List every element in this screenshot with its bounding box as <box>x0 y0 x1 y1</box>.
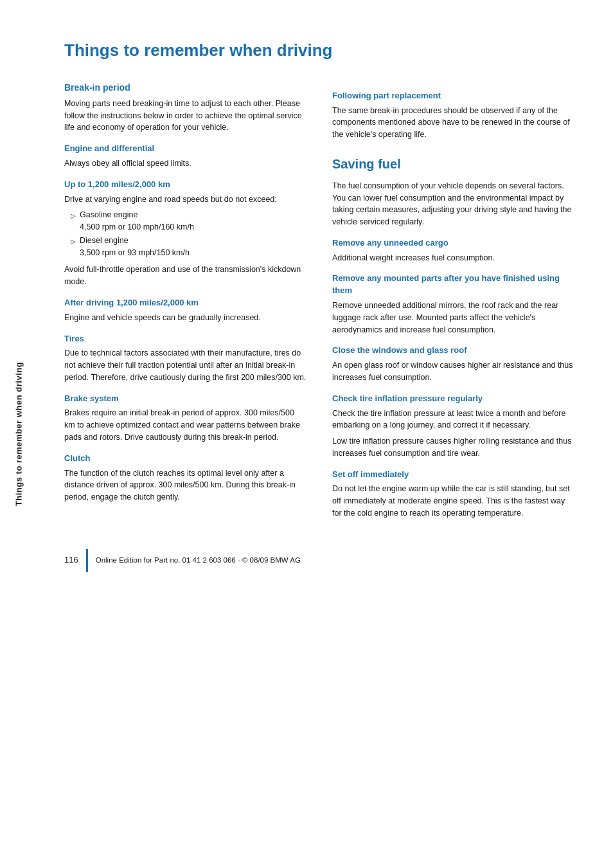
check-tire-body2: Low tire inflation pressure causes highe… <box>332 435 574 460</box>
sidebar-rotated-label: Things to remember when driving <box>13 338 26 530</box>
close-windows-heading: Close the windows and glass roof <box>332 345 574 357</box>
up-to-1200-heading: Up to 1,200 miles/2,000 km <box>64 179 306 191</box>
saving-fuel-heading: Saving fuel <box>332 155 574 174</box>
bullet-arrow-icon: ▷ <box>71 211 76 221</box>
up-to-1200-intro: Drive at varying engine and road speeds … <box>64 194 306 206</box>
engine-differential-body: Always obey all official speed limits. <box>64 158 306 170</box>
footer-divider <box>86 549 88 572</box>
left-column: Break-in period Moving parts need breaki… <box>64 81 306 523</box>
after-1200-heading: After driving 1,200 miles/2,000 km <box>64 297 306 309</box>
throttle-text: Avoid full-throttle operation and use of… <box>64 264 306 288</box>
page-title: Things to remember when driving <box>64 39 574 63</box>
bullet-arrow-icon: ▷ <box>71 237 76 246</box>
set-off-heading: Set off immediately <box>332 469 574 481</box>
brake-system-body: Brakes require an initial break-in perio… <box>64 407 306 443</box>
clutch-heading: Clutch <box>64 453 306 465</box>
remove-cargo-body: Additional weight increases fuel consump… <box>332 252 574 264</box>
check-tire-heading: Check tire inflation pressure regularly <box>332 393 574 405</box>
set-off-body: Do not let the engine warm up while the … <box>332 483 574 519</box>
brake-system-heading: Brake system <box>64 393 306 405</box>
check-tire-body1: Check the tire inflation pressure at lea… <box>332 408 574 432</box>
following-part-body: The same break-in procedures should be o… <box>332 105 574 141</box>
diesel-engine-label: Diesel engine <box>80 236 129 245</box>
tires-heading: Tires <box>64 333 306 345</box>
gasoline-engine-label: Gasoline engine <box>80 210 138 219</box>
break-in-period-body: Moving parts need breaking-in time to ad… <box>64 98 306 134</box>
break-in-period-heading: Break-in period <box>64 81 306 94</box>
remove-mounted-heading: Remove any mounted parts after you have … <box>332 273 574 297</box>
engine-differential-heading: Engine and differential <box>64 143 306 155</box>
saving-fuel-body: The fuel consumption of your vehicle dep… <box>332 180 574 228</box>
page-number: 116 <box>64 554 78 566</box>
engine-bullet-list: ▷ Gasoline engine 4,500 rpm or 100 mph/1… <box>64 209 306 258</box>
right-column: Following part replacement The same brea… <box>332 81 574 523</box>
remove-mounted-body: Remove unneeded additional mirrors, the … <box>332 300 574 336</box>
tires-body: Due to technical factors associated with… <box>64 347 306 383</box>
following-part-heading: Following part replacement <box>332 90 574 102</box>
close-windows-body: An open glass roof or window causes high… <box>332 359 574 384</box>
after-1200-body: Engine and vehicle speeds can be gradual… <box>64 312 306 324</box>
footer-copyright: Online Edition for Part no. 01 41 2 603 … <box>96 555 301 566</box>
remove-cargo-heading: Remove any unneeded cargo <box>332 237 574 249</box>
diesel-engine-detail: 3,500 rpm or 93 mph/150 km/h <box>80 248 190 257</box>
list-item: ▷ Diesel engine 3,500 rpm or 93 mph/150 … <box>71 235 306 259</box>
footer: 116 Online Edition for Part no. 01 41 2 … <box>64 549 574 572</box>
clutch-body: The function of the clutch reaches its o… <box>64 467 306 503</box>
list-item: ▷ Gasoline engine 4,500 rpm or 100 mph/1… <box>71 209 306 233</box>
gasoline-engine-detail: 4,500 rpm or 100 mph/160 km/h <box>80 222 194 231</box>
